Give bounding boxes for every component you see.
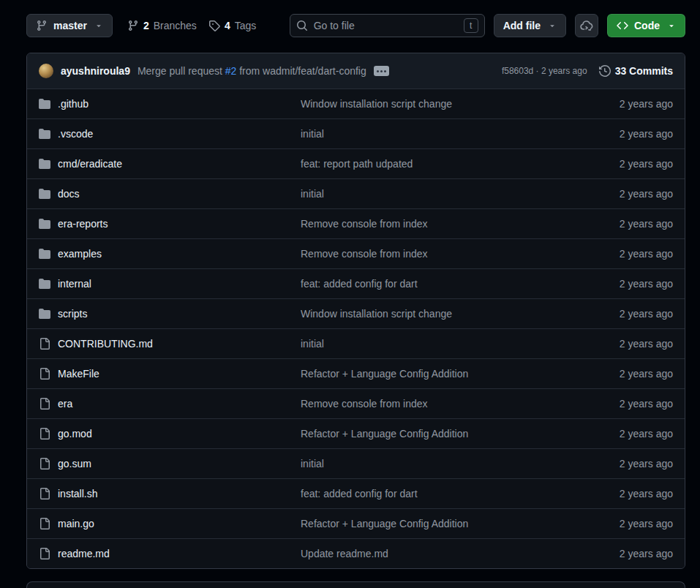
- commit-message-cell[interactable]: feat: added config for dart: [301, 488, 556, 500]
- commit-age[interactable]: 2 years ago: [556, 338, 673, 350]
- file-name[interactable]: .github: [58, 98, 89, 110]
- file-name-cell: docs: [39, 188, 301, 200]
- chevron-down-icon: [667, 21, 676, 30]
- pr-number-link[interactable]: #2: [225, 65, 237, 77]
- table-row[interactable]: main.go Refactor + Language Config Addit…: [27, 508, 685, 538]
- file-name[interactable]: cmd/eradicate: [58, 158, 122, 170]
- folder-icon: [39, 188, 50, 200]
- table-row[interactable]: era Remove console from index 2 years ag…: [27, 388, 685, 418]
- table-row[interactable]: go.mod Refactor + Language Config Additi…: [27, 418, 685, 448]
- file-name[interactable]: internal: [58, 278, 91, 290]
- file-icon: [39, 488, 50, 500]
- commit-age[interactable]: 2 years ago: [556, 458, 673, 470]
- commit-age[interactable]: 2 years ago: [556, 248, 673, 260]
- table-row[interactable]: examples Remove console from index 2 yea…: [27, 238, 685, 268]
- commit-age[interactable]: 2 years ago: [556, 488, 673, 500]
- table-row[interactable]: readme.md Update readme.md 2 years ago: [27, 538, 685, 568]
- avatar[interactable]: [39, 64, 53, 78]
- commit-age[interactable]: 2 years ago: [556, 158, 673, 170]
- code-icon: [617, 20, 628, 31]
- table-row[interactable]: go.sum initial 2 years ago: [27, 448, 685, 478]
- branch-selector-button[interactable]: master: [26, 14, 113, 37]
- commit-sha-age-link[interactable]: f58603d · 2 years ago: [502, 66, 587, 76]
- commit-age[interactable]: 2 years ago: [556, 398, 673, 410]
- history-icon: [599, 65, 611, 77]
- chevron-down-icon: [548, 21, 557, 30]
- branches-label: Branches: [154, 20, 197, 31]
- commit-age[interactable]: 2 years ago: [556, 518, 673, 529]
- commit-age[interactable]: 2 years ago: [556, 278, 673, 290]
- file-name-cell: install.sh: [39, 488, 301, 500]
- commit-message-cell[interactable]: Refactor + Language Config Addition: [301, 368, 556, 380]
- tags-link[interactable]: 4 Tags: [208, 20, 256, 31]
- file-name[interactable]: era-reports: [58, 218, 108, 230]
- table-row[interactable]: docs initial 2 years ago: [27, 178, 685, 208]
- file-name[interactable]: examples: [58, 248, 102, 260]
- file-name[interactable]: CONTRIBUTING.md: [58, 338, 153, 350]
- commit-message-cell[interactable]: initial: [301, 458, 556, 470]
- commit-message-cell[interactable]: Remove console from index: [301, 248, 556, 260]
- commit-message-cell[interactable]: Remove console from index: [301, 398, 556, 410]
- table-row[interactable]: scripts Window installation script chang…: [27, 298, 685, 328]
- add-file-button[interactable]: Add file: [494, 14, 566, 37]
- file-icon: [39, 368, 50, 380]
- commit-message-cell[interactable]: Remove console from index: [301, 218, 556, 230]
- table-row[interactable]: cmd/eradicate feat: report path udpated …: [27, 148, 685, 178]
- file-name-cell: go.mod: [39, 428, 301, 440]
- table-row[interactable]: CONTRIBUTING.md initial 2 years ago: [27, 328, 685, 358]
- commit-message-cell[interactable]: feat: added config for dart: [301, 278, 556, 290]
- commit-message-cell[interactable]: Refactor + Language Config Addition: [301, 428, 556, 440]
- commit-age[interactable]: 2 years ago: [556, 428, 673, 440]
- table-row[interactable]: .vscode initial 2 years ago: [27, 118, 685, 148]
- search-input[interactable]: [314, 20, 458, 31]
- commit-age[interactable]: 2 years ago: [556, 98, 673, 110]
- file-name-cell: go.sum: [39, 458, 301, 470]
- file-name[interactable]: docs: [58, 188, 80, 200]
- file-name[interactable]: go.sum: [58, 458, 91, 470]
- commit-message-cell[interactable]: initial: [301, 188, 556, 200]
- file-name[interactable]: .vscode: [58, 128, 93, 140]
- file-name[interactable]: main.go: [58, 518, 94, 529]
- file-name[interactable]: scripts: [58, 308, 87, 320]
- commit-message-cell[interactable]: Refactor + Language Config Addition: [301, 518, 556, 529]
- table-row[interactable]: era-reports Remove console from index 2 …: [27, 208, 685, 238]
- commit-message-cell[interactable]: Update readme.md: [301, 548, 556, 559]
- code-button[interactable]: Code: [607, 14, 685, 37]
- add-file-label: Add file: [503, 20, 541, 31]
- code-button-label: Code: [634, 20, 660, 31]
- commit-meta: f58603d · 2 years ago 33 Commits: [502, 65, 673, 77]
- commit-message-cell[interactable]: feat: report path udpated: [301, 158, 556, 170]
- file-name[interactable]: install.sh: [58, 488, 97, 500]
- commit-author-link[interactable]: ayushniroula9: [61, 65, 130, 77]
- file-name[interactable]: era: [58, 398, 72, 410]
- chevron-down-icon: [94, 21, 103, 30]
- table-row[interactable]: install.sh feat: added config for dart 2…: [27, 478, 685, 508]
- table-row[interactable]: .github Window installation script chang…: [27, 88, 685, 118]
- table-row[interactable]: internal feat: added config for dart 2 y…: [27, 268, 685, 298]
- tag-icon: [208, 20, 220, 31]
- commit-message-cell[interactable]: initial: [301, 338, 556, 350]
- kebab-horizontal-icon[interactable]: [374, 66, 389, 76]
- commit-age[interactable]: 2 years ago: [556, 548, 673, 559]
- commit-age[interactable]: 2 years ago: [556, 218, 673, 230]
- codespaces-cloud-button[interactable]: [575, 14, 598, 37]
- commit-message-cell[interactable]: Window installation script change: [301, 308, 556, 320]
- commit-history-link[interactable]: 33 Commits: [599, 65, 673, 77]
- commit-message-cell[interactable]: initial: [301, 128, 556, 140]
- commit-age[interactable]: 2 years ago: [556, 308, 673, 320]
- commit-age[interactable]: 2 years ago: [556, 128, 673, 140]
- branches-link[interactable]: 2 Branches: [127, 20, 197, 31]
- go-to-file-search[interactable]: t: [290, 14, 485, 37]
- table-row[interactable]: MakeFile Refactor + Language Config Addi…: [27, 358, 685, 388]
- file-name[interactable]: readme.md: [58, 548, 110, 559]
- file-icon: [39, 338, 50, 350]
- folder-icon: [39, 248, 50, 260]
- folder-icon: [39, 278, 50, 290]
- ref-stats: 2 Branches 4 Tags: [127, 20, 256, 31]
- commit-age[interactable]: 2 years ago: [556, 188, 673, 200]
- commit-age[interactable]: 2 years ago: [556, 368, 673, 380]
- file-name[interactable]: MakeFile: [58, 368, 99, 380]
- readme-section-top: [26, 581, 685, 588]
- file-name[interactable]: go.mod: [58, 428, 92, 440]
- commit-message-cell[interactable]: Window installation script change: [301, 98, 556, 110]
